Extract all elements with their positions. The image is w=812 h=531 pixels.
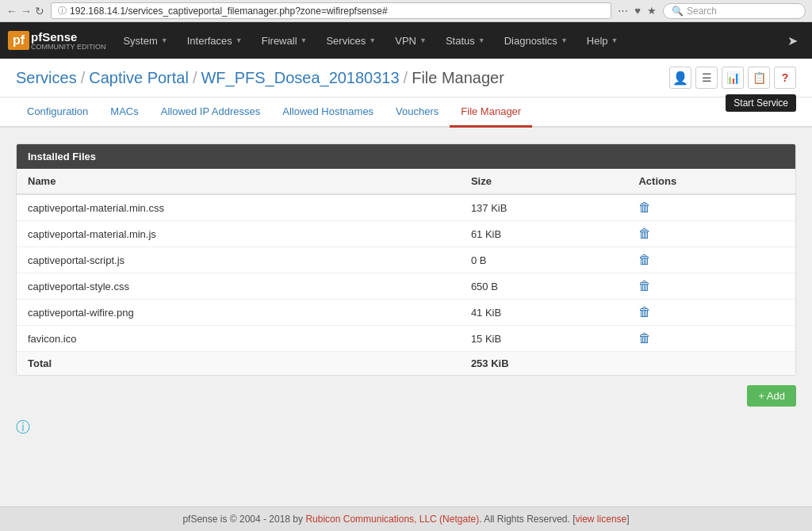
nav-link-services[interactable]: Services ▼ [316,22,385,59]
table-row: captiveportal-script.js 0 B 🗑 [17,247,795,273]
nav-menu: System ▼ Interfaces ▼ Firewall ▼ Service… [113,22,627,59]
file-actions-2: 🗑 [627,247,795,273]
col-size: Size [460,169,628,194]
navbar: pf pfSense COMMUNITY EDITION System ▼ In… [0,22,812,59]
info-section: ⓘ [16,418,796,437]
nav-item-status: Status ▼ [436,22,495,59]
tab-file-manager[interactable]: File Manager [450,97,532,128]
pfsense-logo: pf [8,31,29,50]
search-icon: 🔍 [672,6,684,17]
delete-btn-4[interactable]: 🗑 [638,305,651,319]
add-button[interactable]: + Add [747,385,796,407]
nav-label-system: System [123,35,157,47]
file-name-3: captiveportal-style.css [17,273,460,300]
navbar-brand: pf pfSense COMMUNITY EDITION [8,30,105,51]
file-size-5: 15 KiB [460,326,628,352]
chart-button[interactable]: 📊 [722,67,744,89]
file-size-3: 650 B [460,273,628,300]
col-actions: Actions [627,169,795,194]
breadcrumb-sep-3: / [404,69,408,87]
file-size-2: 0 B [460,247,628,273]
tab-vouchers[interactable]: Vouchers [385,97,450,128]
url-bar[interactable]: ⓘ 192.168.14.1/services_captiveportal_fi… [51,2,611,19]
url-text: 192.168.14.1/services_captiveportal_file… [70,6,604,17]
file-actions-5: 🗑 [627,326,795,352]
refresh-icon[interactable]: ↻ [35,5,44,17]
file-size-1: 61 KiB [460,221,628,247]
nav-link-system[interactable]: System ▼ [113,22,177,59]
file-name-0: captiveportal-material.min.css [17,194,460,221]
search-bar[interactable]: 🔍 Search [663,3,806,19]
list-button[interactable]: ☰ [695,67,718,89]
breadcrumb-services[interactable]: Services [16,69,77,87]
table-row: captiveportal-material.min.js 61 KiB 🗑 [17,221,795,247]
nav-right: ➤ [781,27,804,55]
breadcrumb-sep-1: / [81,69,86,87]
file-actions-3: 🗑 [627,273,795,300]
file-name-1: captiveportal-material.min.js [17,221,460,247]
total-label: Total [17,352,460,376]
nav-link-interfaces[interactable]: Interfaces ▼ [178,22,252,59]
brand-name: pfSense [31,30,105,44]
tab-allowed-ip[interactable]: Allowed IP Addresses [150,97,272,128]
nav-link-status[interactable]: Status ▼ [436,22,495,59]
tabs-container: Configuration MACs Allowed IP Addresses … [0,97,812,128]
table-header-row: Name Size Actions [17,169,795,194]
brand-text: pfSense COMMUNITY EDITION [31,30,105,51]
file-size-0: 137 KiB [460,194,628,221]
file-actions-1: 🗑 [627,221,795,247]
file-name-2: captiveportal-script.js [17,247,460,273]
delete-btn-2[interactable]: 🗑 [638,253,651,267]
add-btn-container: + Add [16,385,796,407]
tab-allowed-hostnames[interactable]: Allowed Hostnames [271,97,385,128]
forward-icon[interactable]: → [21,5,32,17]
delete-btn-0[interactable]: 🗑 [638,201,651,215]
browser-nav-icons: ← → ↻ [6,5,44,17]
breadcrumb-current: File Manager [412,69,504,87]
delete-btn-3[interactable]: 🗑 [638,279,651,293]
logout-icon[interactable]: ➤ [781,27,804,55]
browser-action-icons: ⋯ ♥ ★ [618,5,657,17]
file-size-4: 41 KiB [460,300,628,326]
nav-item-vpn: VPN ▼ [385,22,436,59]
nav-label-vpn: VPN [395,35,416,47]
nav-link-diagnostics[interactable]: Diagnostics ▼ [495,22,577,59]
file-actions-4: 🗑 [627,300,795,326]
search-placeholder: Search [687,6,717,17]
table-row: favicon.ico 15 KiB 🗑 [17,326,795,352]
more-icon[interactable]: ⋯ [618,5,628,17]
nav-item-services: Services ▼ [316,22,385,59]
tab-configuration[interactable]: Configuration [16,97,99,128]
breadcrumb-captive-portal[interactable]: Captive Portal [89,69,189,87]
caret-vpn: ▼ [419,36,427,44]
nav-link-firewall[interactable]: Firewall ▼ [252,22,317,59]
notes-button[interactable]: 📋 [748,67,770,89]
nav-link-help[interactable]: Help ▼ [577,22,628,59]
nav-label-diagnostics: Diagnostics [504,35,557,47]
total-row: Total 253 KiB [17,352,795,376]
delete-btn-5[interactable]: 🗑 [638,331,651,346]
nav-item-firewall: Firewall ▼ [252,22,317,59]
bookmark-icon[interactable]: ♥ [634,5,641,17]
caret-firewall: ▼ [301,36,308,44]
panel-header: Installed Files [17,144,795,169]
nav-link-vpn[interactable]: VPN ▼ [385,22,436,59]
file-actions-0: 🗑 [627,194,795,221]
nav-item-help: Help ▼ [577,22,628,59]
page-actions: 👤 ☰ 📊 📋 ? Start Service [669,67,796,89]
caret-status: ▼ [478,36,485,44]
nav-item-system: System ▼ [113,22,177,59]
total-actions [627,352,795,376]
back-icon[interactable]: ← [6,5,17,17]
breadcrumb-zone[interactable]: WF_PFS_Dosea_20180313 [201,69,399,87]
edit-user-button[interactable]: 👤 [669,67,691,89]
info-icon[interactable]: ⓘ [16,419,30,435]
browser-bar: ← → ↻ ⓘ 192.168.14.1/services_captivepor… [0,0,812,22]
help-button[interactable]: ? [774,67,796,89]
table-body: captiveportal-material.min.css 137 KiB 🗑… [17,194,795,375]
tab-macs[interactable]: MACs [99,97,149,128]
delete-btn-1[interactable]: 🗑 [638,227,651,241]
star-icon[interactable]: ★ [647,5,657,17]
breadcrumb: Services / Captive Portal / WF_PFS_Dosea… [16,69,504,87]
installed-files-panel: Installed Files Name Size Actions captiv… [16,143,796,376]
